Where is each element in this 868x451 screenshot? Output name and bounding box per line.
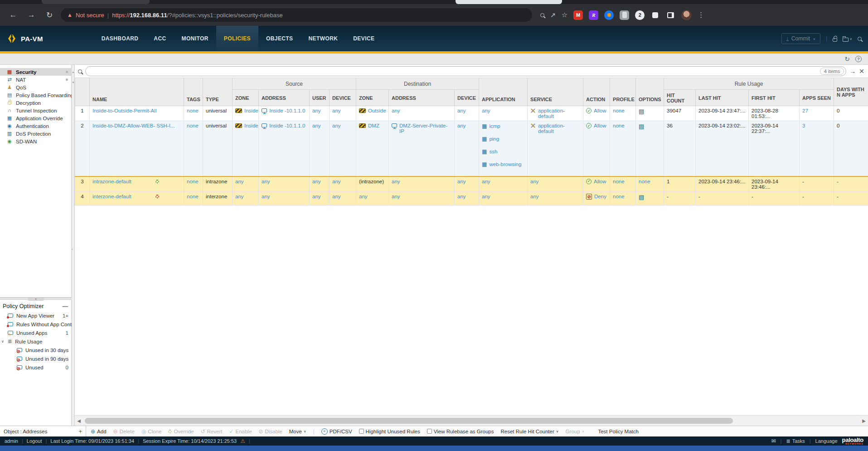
src-user[interactable]: any [312,179,321,184]
src-device[interactable]: any [332,108,341,113]
share-icon[interactable]: ↗ [550,11,556,19]
col-tags[interactable]: TAGS [184,78,203,106]
sidebar-item-tunnel-inspection[interactable]: ∩ Tunnel Inspection [0,107,71,114]
col-name[interactable]: NAME [90,78,184,106]
rule-row-4[interactable]: 4 interzone-default none interzone any a… [75,191,868,205]
src-address[interactable]: any [262,179,270,184]
dst-address-link[interactable]: DMZ-Server-Private-IP [399,123,451,134]
col-service[interactable]: SERVICE [528,78,583,106]
search-input[interactable] [90,68,820,75]
col-src-address[interactable]: ADDRESS [259,90,310,106]
disable-button[interactable]: ⊘Disable [258,428,282,435]
group-button[interactable]: Group∨ [566,429,585,434]
service-link[interactable]: application-default [538,108,580,119]
service-value[interactable]: any [530,179,539,184]
src-address-link[interactable]: Inside -10.1.1.0 [269,123,305,128]
src-user[interactable]: any [312,123,321,128]
rule-row-3[interactable]: 3 intrazone-default none intrazone any a… [75,176,868,192]
sidebar-splitter[interactable]: ‹ [72,65,75,426]
browser-tab[interactable] [42,0,150,4]
reset-hit-counter-button[interactable]: Reset Rule Hit Counter∨ [501,429,559,434]
rule-tags[interactable]: none [187,194,199,199]
application-value[interactable]: any [482,108,490,113]
sidebar-item-dos-protection[interactable]: ▥ DoS Protection [0,130,71,137]
src-device[interactable]: any [332,194,341,199]
src-zone-link[interactable]: Inside [244,108,258,113]
dst-device[interactable]: any [457,108,466,113]
tab-monitor[interactable]: MONITOR [174,26,216,51]
col-dst-device[interactable]: DEVICE [455,90,479,106]
col-options[interactable]: OPTIONS [636,78,664,106]
rule-row-2[interactable]: 2 Inside-to-DMZ-Allow-WEB- SSH-I... none… [75,121,868,176]
application-value[interactable]: any [482,194,490,199]
add-object-icon[interactable]: + [78,428,82,435]
scrollbar-thumb[interactable] [85,418,733,424]
service-link[interactable]: application-default [538,123,580,134]
sidebar-item-authentication[interactable]: ◉ Authentication [0,122,71,130]
rule-tags[interactable]: none [187,108,199,113]
src-device[interactable]: any [332,123,341,128]
messages-envelope-icon[interactable]: ✉ [771,438,776,444]
tab-device[interactable]: DEVICE [345,26,382,51]
col-src-zone[interactable]: ZONE [233,90,259,106]
mail-extension-icon[interactable]: M [573,10,583,20]
forward-icon[interactable]: → [26,10,36,20]
log-options-icon[interactable] [639,195,644,200]
search-field[interactable]: 4 items [85,66,846,76]
sidebar-item-nat[interactable]: ⇄ NAT [0,76,71,83]
sidebar-item-qos[interactable]: ♟ QoS [0,83,71,91]
splitter-collapse-icon[interactable]: ‹ [72,247,73,251]
card-extension-icon[interactable] [620,10,629,20]
checkbox-icon[interactable] [359,429,364,434]
highlight-unused-checkbox[interactable]: Highlight Unused Rules [359,429,420,434]
side-panel-icon[interactable] [666,10,675,20]
view-groups-checkbox[interactable]: View Rulebase as Groups [427,429,494,434]
application-link[interactable]: web-browsing [489,162,521,167]
profile-value[interactable]: none [613,123,625,128]
src-device[interactable]: any [332,179,341,184]
options-value[interactable]: none [639,179,650,184]
dst-device[interactable]: any [457,123,466,128]
profile-value[interactable]: none [613,194,625,199]
object-selector[interactable]: Object : Addresses + [0,426,86,436]
po-item-unused-90[interactable]: Unused in 90 days 0 [0,354,72,363]
src-user[interactable]: any [312,108,321,113]
tab-acc[interactable]: ACC [146,26,174,51]
rule-row-1[interactable]: 1 Inside-to-Outside-Permit-All none univ… [75,106,868,121]
tab-dashboard[interactable]: DASHBOARD [94,26,146,51]
dst-address[interactable]: any [392,194,400,199]
override-button[interactable]: Override [168,429,194,434]
tab-policies[interactable]: POLICIES [216,26,258,51]
refresh-icon[interactable]: ↻ [844,55,850,63]
sidebar-item-sdwan[interactable]: ◉ SD-WAN [0,137,71,145]
log-options-icon[interactable] [639,124,644,129]
profile-value[interactable]: none [613,179,625,184]
rule-name-link[interactable]: intrazone-default [92,179,131,184]
shield-extension-icon[interactable] [604,10,614,20]
move-button[interactable]: Move∨ [289,429,306,434]
logout-link[interactable]: Logout [27,438,42,444]
ghost-extension-icon[interactable]: 2 [635,10,645,20]
browser-tab-light[interactable] [456,0,562,4]
rule-name-link[interactable]: interzone-default [92,194,131,199]
zoom-icon[interactable] [540,13,544,17]
col-type[interactable]: TYPE [203,78,233,106]
rule-name-link[interactable]: Inside-to-Outside-Permit-All [92,108,156,113]
src-zone[interactable]: any [235,179,244,184]
session-warning-icon[interactable]: ⚠ [240,438,245,444]
col-last-hit[interactable]: LAST HIT [696,90,749,106]
help-icon[interactable]: ? [855,56,862,62]
test-policy-match-button[interactable]: Test Policy Match [598,429,638,434]
action-link[interactable]: Deny [594,194,606,199]
scroll-left-icon[interactable]: ◀ [75,418,83,423]
dst-address[interactable]: any [392,179,400,184]
enable-button[interactable]: ✓Enable [229,428,252,435]
profile-value[interactable]: none [613,108,625,113]
po-item-unused-apps[interactable]: Unused Apps 1 [0,328,72,337]
bookmark-star-icon[interactable]: ☆ [562,11,567,19]
r-extension-icon[interactable]: R [589,10,598,20]
dst-device[interactable]: any [457,179,466,184]
col-first-hit[interactable]: FIRST HIT [749,90,800,106]
action-link[interactable]: Allow [594,179,606,184]
checkbox-icon[interactable] [427,429,432,434]
